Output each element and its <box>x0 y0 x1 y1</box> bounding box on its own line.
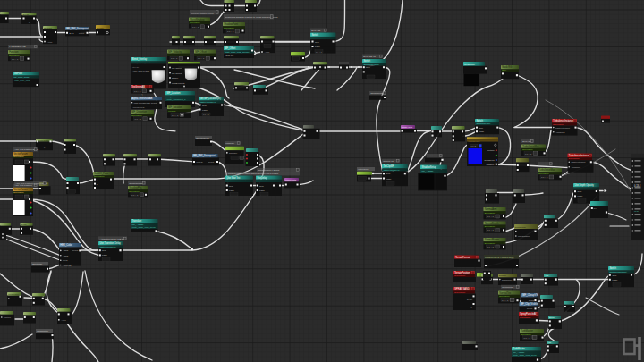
svg-text:B1 (S): B1 (S) <box>467 299 472 300</box>
svg-text:EXPAND x2: EXPAND x2 <box>363 55 376 58</box>
svg-text:BP_VFX_Snowpoint: BP_VFX_Snowpoint <box>193 154 216 157</box>
svg-text:False: False <box>102 254 108 257</box>
svg-text:Divide: Divide <box>549 316 555 318</box>
svg-text:NumElements: NumElements <box>172 82 185 84</box>
svg-text:Subtract: Subtract <box>261 37 269 39</box>
svg-text:False: False <box>578 195 584 198</box>
svg-text:UseDelay: UseDelay <box>257 176 267 180</box>
svg-text:0.0 + 1: 0.0 + 1 <box>198 57 205 60</box>
svg-text:0.0 + 1: 0.0 + 1 <box>172 114 179 117</box>
svg-text:Expression: Expression <box>13 156 24 157</box>
svg-text:MF_Distortion: MF_Distortion <box>131 110 147 114</box>
svg-text:(Mat)_Code_Umb_Rend: (Mat)_Code_Umb_Rend <box>132 226 157 229</box>
svg-text:HEX_Color: HEX_Color <box>60 243 72 247</box>
svg-text:Metallic: Metallic <box>487 149 495 151</box>
svg-text:True: True <box>229 185 233 188</box>
svg-text:(Mat)_Coefficient_P: (Mat)_Coefficient_P <box>167 98 186 101</box>
svg-text:True: True <box>613 274 617 277</box>
svg-text:FadeDistance: FadeDistance <box>518 235 530 237</box>
svg-text:0.0 + 1: 0.0 + 1 <box>541 176 548 179</box>
svg-text:(Native Render P): (Native Render P) <box>99 246 116 248</box>
svg-text:Tex Opacity: Tex Opacity <box>172 72 183 74</box>
svg-text:A transition Delay MB bal: A transition Delay MB bal <box>99 238 124 240</box>
svg-text:RotateAbout: RotateAbout <box>402 126 413 128</box>
svg-text:TexGreenAB: TexGreenAB <box>131 85 145 88</box>
svg-text:ShadowRenderPoint: ShadowRenderPoint <box>311 37 330 38</box>
svg-text:Alpha ThresholdAB: Alpha ThresholdAB <box>131 97 152 100</box>
svg-text:TurbMaster: TurbMaster <box>521 329 533 333</box>
svg-text:Switch: Switch <box>363 59 370 63</box>
svg-text:ShadowMask: ShadowMask <box>129 182 143 185</box>
svg-text:True: True <box>315 41 319 44</box>
svg-text:Threshold(S): Threshold(S) <box>133 106 146 108</box>
svg-text:True: True <box>366 66 370 69</box>
svg-text:Alpha: Alpha <box>61 319 66 321</box>
svg-text:Expression: Expression <box>522 148 533 150</box>
svg-text:BP_VFX_Snowpoint: BP_VFX_Snowpoint <box>66 27 89 30</box>
svg-text:AlphaInput: AlphaInput <box>572 166 581 168</box>
svg-text:MF_Location: MF_Location <box>168 105 182 109</box>
svg-text:Ln(1/3): Ln(1/3) <box>197 161 204 163</box>
svg-text:Result: Result <box>208 161 215 163</box>
svg-text:Tex Object: Tex Object <box>172 67 182 69</box>
svg-text:NormalDepth: NormalDepth <box>485 222 499 225</box>
svg-text:True: True <box>102 249 106 252</box>
svg-text:MicroShadow: MicroShadow <box>190 18 204 21</box>
svg-text:0.0 + 1: 0.0 + 1 <box>487 246 495 248</box>
svg-text:Add .WS Position: Add .WS Position <box>14 184 32 187</box>
svg-text:Subtract: Subtract <box>44 27 52 29</box>
svg-text:0.13.4: 0.13.4 <box>634 184 641 188</box>
svg-text:MF_Velocity: MF_Velocity <box>168 50 182 54</box>
svg-text:ShadowSetup: ShadowSetup <box>422 165 437 169</box>
svg-text:0.0 + 1: 0.0 + 1 <box>316 51 323 53</box>
svg-text:Opacity: Opacity <box>518 231 525 232</box>
svg-text:Result: Result <box>527 307 533 309</box>
svg-text:Expression: Expression <box>190 21 200 23</box>
svg-text:True: True <box>578 190 582 193</box>
svg-text:(Native Render P): (Native Render P) <box>383 169 400 171</box>
svg-text:Result: Result <box>79 32 85 34</box>
svg-text:MF_Clip_Visible: MF_Clip_Visible <box>521 302 538 306</box>
svg-text:Expression: Expression <box>131 114 142 116</box>
svg-text:EXPAND: EXPAND <box>522 140 531 143</box>
svg-text:SPRAY SAND: SPRAY SAND <box>454 287 470 290</box>
svg-text:Specular: Specular <box>487 155 495 156</box>
svg-text:ShadowRender: ShadowRender <box>476 122 490 124</box>
svg-text:MF_Offset: MF_Offset <box>225 46 235 50</box>
svg-text:LightVectorInput: LightVectorInput <box>555 127 570 129</box>
svg-text:0.0+2: 0.0+2 <box>471 145 477 147</box>
svg-text:Use Depth Opacity: Use Depth Opacity <box>574 183 594 187</box>
svg-text:(Native Render Point): (Native Render Point) <box>226 180 246 181</box>
svg-text:TexClipMF: TexClipMF <box>383 164 394 168</box>
svg-text:Expression: Expression <box>224 27 234 29</box>
svg-text:False: False <box>479 130 485 132</box>
svg-text:0.0 + 1: 0.0 + 1 <box>131 194 139 197</box>
svg-text:WorldPosition: WorldPosition <box>37 330 49 332</box>
svg-text:Expression: Expression <box>485 225 496 227</box>
svg-text:Translate: Translate <box>132 219 142 223</box>
svg-text:Expression: Expression <box>13 191 24 193</box>
svg-text:NormalPower: NormalPower <box>485 238 499 241</box>
svg-text:False: False <box>613 279 619 282</box>
svg-text:TurbulenceMas: TurbulenceMas <box>538 168 555 172</box>
svg-text:WorldPosition: WorldPosition <box>37 139 49 141</box>
svg-text:VertexColor: VertexColor <box>358 168 369 170</box>
svg-text:False: False <box>229 189 235 192</box>
svg-text:(Native Render P): (Native Render P) <box>574 188 591 189</box>
svg-text:Expression: Expression <box>499 295 510 297</box>
svg-text:Add: Add <box>545 274 549 276</box>
svg-text:Expression: Expression <box>485 212 496 214</box>
svg-text:TerrainFormat: TerrainFormat <box>455 256 470 259</box>
svg-text:Strface: Strface <box>172 77 179 79</box>
svg-text:Fraction: Fraction <box>4 316 12 318</box>
svg-text:0.0 + 1: 0.0 + 1 <box>135 118 142 121</box>
svg-text:Expression: Expression <box>129 190 140 192</box>
svg-text:NormalInput: NormalInput <box>502 279 513 281</box>
svg-text:Decode: Decode <box>499 274 507 276</box>
svg-text:False: False <box>386 178 393 181</box>
svg-text:Result: Result <box>529 299 535 301</box>
svg-text:MF_Offset: MF_Offset <box>195 50 207 54</box>
svg-text:L.COORDINATE: L.COORDINATE <box>9 46 26 48</box>
svg-text:0.0 + 1: 0.0 + 1 <box>524 337 531 340</box>
svg-text:ColorTex: ColorTex <box>229 152 238 154</box>
